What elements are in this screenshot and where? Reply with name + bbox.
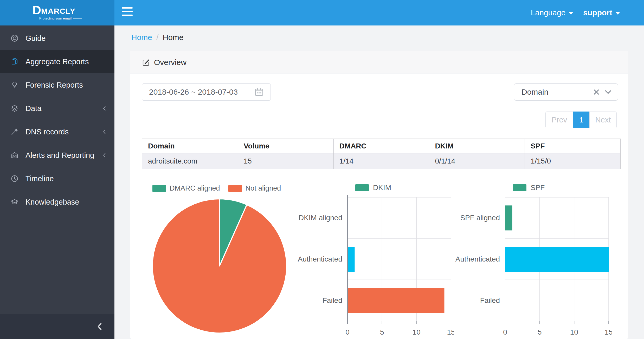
legend-swatch — [513, 184, 526, 191]
col-header-dkim: DKIM — [429, 139, 525, 153]
category-label: Authenticated — [455, 255, 500, 263]
chevron-left-icon — [102, 129, 107, 135]
sidebar-item-label: Aggregate Reports — [25, 57, 89, 66]
overview-panel-body: 2018-06-26 ~ 2018-07-03 Domain — [130, 74, 628, 339]
layers-icon — [10, 104, 19, 113]
chevron-left-icon — [102, 106, 107, 111]
sidebar-item-alerts-and-reporting[interactable]: Alerts and Reporting — [0, 144, 114, 167]
topbar-right: Language support — [531, 0, 620, 25]
sidebar-item-guide[interactable]: Guide — [0, 27, 114, 50]
brand-tagline: Protecting your email — [39, 17, 82, 20]
sidebar: Guide Aggregate Reports Forensic Reports — [0, 25, 114, 339]
overview-panel-header: Overview — [130, 51, 628, 74]
spf-bar-chart: 051015SPF alignedAuthenticatedFailedSPF — [430, 182, 612, 339]
lightbulb-icon — [10, 81, 19, 89]
breadcrumb-current: Home — [163, 33, 183, 42]
domain-summary-table: Domain Volume DMARC DKIM SPF adroitsuite… — [142, 139, 621, 169]
breadcrumb-home-link[interactable]: Home — [131, 33, 152, 42]
hamburger-menu-icon[interactable] — [122, 7, 133, 18]
topbar: D MARCLY Protecting your email Language … — [0, 0, 644, 25]
bar — [348, 247, 355, 272]
sidebar-item-label: Forensic Reports — [25, 81, 83, 89]
pagination-prev-button[interactable]: Prev — [545, 112, 573, 128]
date-range-value: 2018-06-26 ~ 2018-07-03 — [149, 88, 254, 96]
pagination-page-1-button[interactable]: 1 — [573, 112, 590, 128]
user-dropdown[interactable]: support — [583, 8, 620, 17]
sidebar-item-label: Alerts and Reporting — [25, 151, 94, 160]
x-tick-label: 15 — [604, 328, 612, 336]
brand-logo[interactable]: D MARCLY Protecting your email — [33, 5, 82, 20]
sidebar-item-label: DNS records — [25, 128, 69, 136]
table-row: adroitsuite.com 15 1/14 0/1/14 1/15/0 — [142, 153, 621, 169]
legend-swatch — [355, 184, 369, 191]
sidebar-collapse-button[interactable] — [0, 314, 114, 339]
language-dropdown[interactable]: Language — [531, 8, 573, 17]
domain-select[interactable]: Domain — [514, 83, 618, 101]
sidebar-item-label: Knowledgebase — [25, 198, 79, 206]
x-tick-label: 10 — [570, 328, 578, 336]
graduation-cap-icon — [10, 198, 19, 206]
cell-dmarc: 1/14 — [333, 153, 429, 169]
legend-label: SPF — [531, 184, 545, 192]
legend-label: DKIM — [373, 184, 391, 192]
legend-swatch — [228, 185, 242, 192]
language-label: Language — [531, 8, 565, 17]
sidebar-item-label: Guide — [25, 34, 46, 43]
x-tick-label: 10 — [413, 328, 421, 336]
user-label: support — [583, 8, 612, 17]
chevron-down-icon[interactable] — [605, 90, 611, 94]
sidebar-item-dns-records[interactable]: DNS records — [0, 120, 114, 144]
cell-volume: 15 — [238, 153, 333, 169]
category-label: Failed — [480, 296, 500, 304]
pie-slice — [152, 199, 287, 333]
brand-name: MARCLY — [41, 7, 75, 15]
cell-domain: adroitsuite.com — [142, 153, 238, 169]
sidebar-item-knowledgebase[interactable]: Knowledgebase — [0, 190, 114, 214]
cell-spf: 1/15/0 — [525, 153, 621, 169]
overview-panel: Overview 2018-06-26 ~ 2018-07-03 Domain — [130, 51, 628, 339]
tagline-dash — [73, 18, 82, 19]
panel-title: Overview — [154, 58, 186, 67]
chevron-left-icon — [102, 152, 107, 158]
brand-shield-d-icon: D — [33, 5, 41, 15]
col-header-volume: Volume — [238, 139, 333, 153]
domain-select-value: Domain — [521, 88, 593, 96]
brand-block: D MARCLY Protecting your email — [0, 0, 114, 25]
sidebar-item-timeline[interactable]: Timeline — [0, 167, 114, 190]
pagination-next-button[interactable]: Next — [589, 112, 617, 128]
pie-legend: DMARC alignedNot aligned — [152, 184, 281, 192]
magic-wand-icon — [10, 128, 19, 136]
main-content: Home / Home Overview 2018-06-26 ~ 2018-0… — [114, 25, 644, 339]
category-label: DKIM aligned — [299, 214, 342, 222]
clear-x-icon[interactable] — [593, 89, 600, 95]
breadcrumb: Home / Home — [131, 33, 183, 42]
dkim-bar-chart: 051015DKIM alignedAuthenticatedFailedDKI… — [272, 182, 454, 339]
sidebar-item-forensic-reports[interactable]: Forensic Reports — [0, 73, 114, 97]
app-window: D MARCLY Protecting your email Language … — [0, 0, 644, 339]
table-header-row: Domain Volume DMARC DKIM SPF — [142, 139, 621, 153]
col-header-domain: Domain — [142, 139, 238, 153]
edit-icon — [142, 58, 150, 66]
caret-down-icon — [569, 12, 573, 15]
x-tick-label: 0 — [345, 328, 350, 336]
legend-entry[interactable]: DMARC aligned — [152, 184, 220, 192]
pagination: Prev 1 Next — [545, 112, 617, 128]
col-header-spf: SPF — [525, 139, 621, 153]
legend-swatch — [152, 185, 166, 192]
dmarc-pie-chart — [152, 197, 287, 334]
open-envelope-icon — [10, 151, 19, 159]
sidebar-item-data[interactable]: Data — [0, 97, 114, 120]
x-tick-label: 5 — [538, 328, 542, 336]
category-label: Failed — [323, 296, 342, 304]
x-tick-label: 0 — [503, 328, 507, 336]
bar — [505, 247, 609, 272]
cell-dkim: 0/1/14 — [429, 153, 525, 169]
copy-pages-icon — [10, 57, 19, 66]
chevron-left-icon — [97, 323, 102, 330]
category-label: SPF aligned — [460, 214, 500, 222]
col-header-dmarc: DMARC — [333, 139, 429, 153]
sidebar-item-aggregate-reports[interactable]: Aggregate Reports — [0, 50, 114, 73]
date-range-input[interactable]: 2018-06-26 ~ 2018-07-03 — [142, 83, 271, 101]
bar — [505, 205, 512, 230]
x-tick-label: 5 — [380, 328, 384, 336]
